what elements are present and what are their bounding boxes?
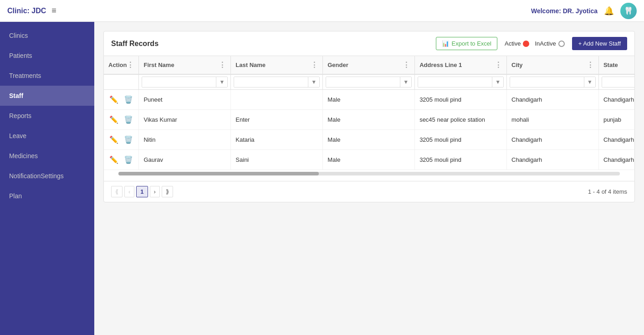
staff-table-body: ✏️ 🗑️ Puneet Male 3205 mouli pind Chandi…: [104, 90, 634, 170]
gender-col-menu[interactable]: ⋮: [403, 61, 410, 69]
pagination-first-button[interactable]: ⟪: [111, 186, 123, 197]
first-name-cell-1: Vikas Kumar: [139, 110, 231, 130]
staff-records-panel: Staff Records 📊 Export to Excel Active I…: [103, 31, 635, 202]
sidebar-item-clinics[interactable]: Clinics: [0, 26, 94, 46]
state-cell-3: Chandigarh: [598, 150, 634, 170]
table-row: ✏️ 🗑️ Gaurav Saini Male 3205 mouli pind …: [104, 150, 634, 170]
filter-address-button[interactable]: ▼: [492, 77, 503, 87]
filter-first-name-input[interactable]: [142, 77, 216, 87]
action-cell-1: ✏️ 🗑️: [104, 110, 139, 130]
sidebar-item-leave[interactable]: Leave: [0, 126, 94, 146]
avatar[interactable]: 🦷: [620, 3, 637, 19]
app-layout: ClinicsPatientsTreatmentsStaffReportsLea…: [0, 22, 644, 335]
first-name-col-menu[interactable]: ⋮: [219, 61, 226, 69]
filter-state-cell: ▼: [598, 74, 634, 90]
sidebar-item-reports[interactable]: Reports: [0, 106, 94, 126]
last-name-cell-1: Enter: [231, 110, 323, 130]
filter-city-cell: ▼: [507, 74, 599, 90]
action-cell-3: ✏️ 🗑️: [104, 150, 139, 170]
filter-first-name-button[interactable]: ▼: [216, 77, 227, 87]
col-header-first-name: First Name ⋮: [139, 56, 231, 74]
filter-gender-input[interactable]: [326, 77, 400, 87]
delete-button-2[interactable]: 🗑️: [123, 134, 134, 145]
city-cell-2: Chandigarh: [507, 130, 599, 150]
table-header-row: Action ⋮ First Name ⋮: [104, 56, 634, 74]
last-name-col-menu[interactable]: ⋮: [311, 61, 318, 69]
header-right: Welcome: DR. Jyotica 🔔 🦷: [531, 3, 637, 19]
pagination-page-1-button[interactable]: 1: [136, 186, 148, 197]
delete-button-1[interactable]: 🗑️: [123, 114, 134, 125]
gender-cell-0: Male: [323, 90, 415, 110]
sidebar-item-treatments[interactable]: Treatments: [0, 66, 94, 86]
last-name-cell-3: Saini: [231, 150, 323, 170]
hamburger-icon[interactable]: ≡: [51, 6, 56, 15]
address-cell-3: 3205 mouli pind: [415, 150, 507, 170]
city-col-menu[interactable]: ⋮: [587, 61, 594, 69]
active-dot: [523, 41, 529, 47]
scrollbar-thumb: [118, 172, 319, 175]
action-col-menu[interactable]: ⋮: [127, 61, 134, 69]
filter-first-name-cell: ▼: [139, 74, 231, 90]
delete-button-0[interactable]: 🗑️: [123, 94, 134, 105]
gender-cell-1: Male: [323, 110, 415, 130]
edit-button-1[interactable]: ✏️: [108, 114, 119, 125]
gender-cell-3: Male: [323, 150, 415, 170]
filter-last-name-button[interactable]: ▼: [308, 77, 319, 87]
sidebar-item-medicines[interactable]: Medicines: [0, 146, 94, 166]
status-active: Active: [505, 40, 529, 47]
clinic-title: Clinic: JDC: [7, 7, 46, 15]
address-cell-1: sec45 near police station: [415, 110, 507, 130]
sidebar-item-staff[interactable]: Staff: [0, 86, 94, 106]
main-content: Staff Records 📊 Export to Excel Active I…: [94, 22, 644, 335]
filter-last-name-input[interactable]: [234, 77, 308, 87]
col-header-gender: Gender ⋮: [323, 56, 415, 74]
filter-gender-button[interactable]: ▼: [400, 77, 411, 87]
table-row: ✏️ 🗑️ Puneet Male 3205 mouli pind Chandi…: [104, 90, 634, 110]
filter-city-button[interactable]: ▼: [584, 77, 595, 87]
city-cell-0: Chandigarh: [507, 90, 599, 110]
city-cell-1: mohali: [507, 110, 599, 130]
panel-header: Staff Records 📊 Export to Excel Active I…: [104, 31, 634, 56]
edit-button-0[interactable]: ✏️: [108, 94, 119, 105]
filter-address-input[interactable]: [418, 77, 492, 87]
welcome-text: Welcome: DR. Jyotica: [531, 7, 598, 15]
filter-gender-cell: ▼: [323, 74, 415, 90]
filter-city-input[interactable]: [510, 77, 584, 87]
status-group: Active InActive: [505, 40, 565, 47]
pagination-last-button[interactable]: ⟫: [162, 186, 173, 197]
add-staff-button[interactable]: + Add New Staff: [572, 37, 627, 50]
filter-address-cell: ▼: [415, 74, 507, 90]
panel-title: Staff Records: [111, 40, 158, 48]
pagination-prev-button[interactable]: ‹: [124, 186, 134, 197]
filter-action-cell: [104, 74, 139, 90]
horizontal-scrollbar[interactable]: [118, 172, 620, 175]
panel-header-right: 📊 Export to Excel Active InActive: [436, 37, 627, 50]
filter-row: ▼ ▼: [104, 74, 634, 90]
col-header-city: City ⋮: [507, 56, 599, 74]
first-name-cell-2: Nitin: [139, 130, 231, 150]
last-name-cell-0: [231, 90, 323, 110]
first-name-cell-0: Puneet: [139, 90, 231, 110]
staff-table: Action ⋮ First Name ⋮: [104, 56, 634, 170]
filter-state-input[interactable]: [602, 77, 634, 87]
bell-icon[interactable]: 🔔: [604, 6, 614, 16]
edit-button-2[interactable]: ✏️: [108, 134, 119, 145]
sidebar-item-notification-settings[interactable]: NotificationSettings: [0, 166, 94, 186]
export-excel-button[interactable]: 📊 Export to Excel: [436, 37, 497, 50]
action-cell-0: ✏️ 🗑️: [104, 90, 139, 110]
delete-button-3[interactable]: 🗑️: [123, 155, 134, 165]
address-col-menu[interactable]: ⋮: [495, 61, 502, 69]
action-cell-2: ✏️ 🗑️: [104, 130, 139, 150]
app-header: Clinic: JDC ≡ Welcome: DR. Jyotica 🔔 🦷: [0, 0, 644, 22]
sidebar-item-patients[interactable]: Patients: [0, 46, 94, 66]
table-row: ✏️ 🗑️ Vikas Kumar Enter Male sec45 near …: [104, 110, 634, 130]
header-left: Clinic: JDC ≡: [7, 6, 56, 15]
sidebar-item-plan[interactable]: Plan: [0, 186, 94, 206]
city-cell-3: Chandigarh: [507, 150, 599, 170]
address-cell-2: 3205 mouli pind: [415, 130, 507, 150]
inactive-dot: [558, 41, 565, 47]
state-cell-1: punjab: [598, 110, 634, 130]
edit-button-3[interactable]: ✏️: [108, 155, 119, 165]
col-header-state: State ⋮: [598, 56, 634, 74]
pagination-next-button[interactable]: ›: [150, 186, 160, 197]
